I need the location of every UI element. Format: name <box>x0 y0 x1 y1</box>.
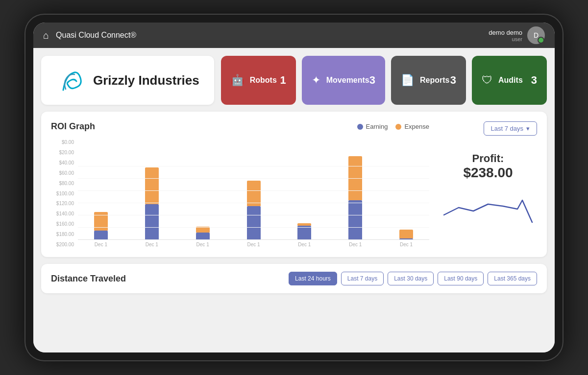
bar-group <box>180 227 226 239</box>
company-name: Grizzly Industries <box>93 73 199 88</box>
header-section: Grizzly Industries 🤖 Robots 1 ✦ <box>41 56 547 105</box>
x-label: Dec 1 <box>180 240 226 247</box>
y-label: $140.00 <box>51 211 74 216</box>
tab-last-7d[interactable]: Last 7 days <box>341 272 384 285</box>
profit-value: $238.00 <box>463 165 513 181</box>
distance-section: Distance Traveled Last 24 hours Last 7 d… <box>41 264 547 293</box>
y-label: $80.00 <box>51 181 74 186</box>
earning-bar <box>399 238 413 239</box>
earning-bar <box>145 204 159 239</box>
user-info: demo demo user <box>489 29 522 42</box>
user-name: demo demo <box>489 29 522 36</box>
time-tabs: Last 24 hours Last 7 days Last 30 days L… <box>289 272 537 285</box>
robots-count: 1 <box>280 74 286 87</box>
chart-container: $200.00 $180.00 $160.00 $140.00 $120.00 … <box>51 140 429 247</box>
nav-bar: ⌂ Quasi Cloud Connect® demo demo user D <box>33 23 555 48</box>
robots-label: Robots <box>250 76 277 85</box>
x-label: Dec 1 <box>332 240 378 247</box>
movements-label: Movements <box>326 76 369 85</box>
nav-user: demo demo user D <box>489 26 545 44</box>
profit-label: Profit: <box>472 152 504 165</box>
tab-last-30d[interactable]: Last 30 days <box>388 272 434 285</box>
device-frame: ⌂ Quasi Cloud Connect® demo demo user D <box>24 14 564 361</box>
chart-bars-area: Dec 1Dec 1Dec 1Dec 1Dec 1Dec 1Dec 1 <box>78 156 429 247</box>
roi-right-panel: Last 7 days ▾ Profit: $238.00 <box>439 121 537 247</box>
tab-last-24h[interactable]: Last 24 hours <box>289 272 337 285</box>
expense-bar <box>94 212 108 231</box>
y-label: $0.00 <box>51 140 74 145</box>
app-title: Quasi Cloud Connect® <box>56 31 136 40</box>
reports-card[interactable]: 📄 Reports 3 <box>391 56 466 105</box>
reports-count: 3 <box>450 74 456 87</box>
expense-bar <box>399 230 413 238</box>
audits-count: 3 <box>531 74 537 87</box>
y-label: $40.00 <box>51 160 74 165</box>
main-content: Grizzly Industries 🤖 Robots 1 ✦ <box>33 48 555 352</box>
audits-icon: 🛡 <box>482 74 492 87</box>
y-label: $180.00 <box>51 232 74 237</box>
bar-group <box>383 230 429 239</box>
earning-bar <box>94 231 108 239</box>
earning-label: Earning <box>366 123 388 130</box>
earning-bar <box>196 233 210 239</box>
avatar[interactable]: D <box>527 26 545 44</box>
y-label: $160.00 <box>51 221 74 227</box>
robots-card[interactable]: 🤖 Robots 1 <box>221 56 296 105</box>
tab-last-90d[interactable]: Last 90 days <box>438 272 484 285</box>
roi-title: ROI Graph <box>51 121 95 132</box>
earning-bar <box>348 200 362 239</box>
company-logo <box>56 66 85 95</box>
chevron-down-icon: ▾ <box>526 125 530 132</box>
y-label: $60.00 <box>51 170 74 176</box>
roi-legend: Earning Expense <box>357 123 429 130</box>
home-icon[interactable]: ⌂ <box>43 30 49 41</box>
x-label: Dec 1 <box>129 240 175 247</box>
stats-cards: 🤖 Robots 1 ✦ Movements 3 <box>221 56 547 105</box>
x-label: Dec 1 <box>231 240 277 247</box>
time-filter-button[interactable]: Last 7 days ▾ <box>484 121 538 136</box>
expense-label: Expense <box>404 123 429 130</box>
audits-label: Audits <box>498 76 523 85</box>
bar-group <box>129 167 175 239</box>
movements-card[interactable]: ✦ Movements 3 <box>302 56 385 105</box>
bar-group <box>78 212 124 239</box>
roi-section: ROI Graph Earning Expense <box>41 112 547 257</box>
x-label: Dec 1 <box>78 240 124 247</box>
earning-dot <box>357 124 363 130</box>
time-filter-label: Last 7 days <box>491 125 524 132</box>
expense-dot <box>395 124 401 130</box>
expense-bar <box>247 181 261 206</box>
y-label: $20.00 <box>51 150 74 155</box>
reports-label: Reports <box>420 76 449 85</box>
expense-bar <box>348 156 362 200</box>
y-label: $100.00 <box>51 191 74 196</box>
company-card: Grizzly Industries <box>41 56 214 105</box>
x-label: Dec 1 <box>383 240 429 247</box>
avatar-initial: D <box>534 31 539 39</box>
x-labels: Dec 1Dec 1Dec 1Dec 1Dec 1Dec 1Dec 1 <box>78 240 429 247</box>
reports-icon: 📄 <box>401 74 414 87</box>
y-axis: $200.00 $180.00 $160.00 $140.00 $120.00 … <box>51 140 78 247</box>
bar-group <box>231 181 277 239</box>
tab-last-365d[interactable]: Last 365 days <box>488 272 537 285</box>
bars-wrapper <box>78 156 429 240</box>
movements-icon: ✦ <box>312 74 320 87</box>
legend-earning: Earning <box>357 123 388 130</box>
audits-card[interactable]: 🛡 Audits 3 <box>472 56 547 105</box>
earning-bar <box>247 206 261 239</box>
roi-chart-area: ROI Graph Earning Expense <box>51 121 429 247</box>
bar-group <box>281 223 327 239</box>
bar-group <box>332 156 378 239</box>
robots-icon: 🤖 <box>231 74 244 87</box>
device-screen: ⌂ Quasi Cloud Connect® demo demo user D <box>33 23 555 352</box>
y-label: $120.00 <box>51 201 74 206</box>
user-role: user <box>489 36 522 42</box>
expense-bar <box>145 167 159 204</box>
legend-expense: Expense <box>395 123 429 130</box>
distance-title: Distance Traveled <box>51 274 126 284</box>
mini-line-chart <box>439 190 537 230</box>
earning-bar <box>297 226 311 239</box>
expense-bar <box>196 227 210 233</box>
x-label: Dec 1 <box>281 240 327 247</box>
roi-header: ROI Graph Earning Expense <box>51 121 429 132</box>
